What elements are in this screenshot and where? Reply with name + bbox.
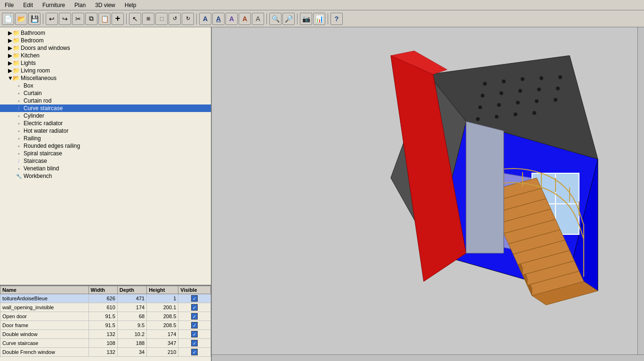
visible-checkbox[interactable]: ✓ — [191, 295, 198, 302]
new-button[interactable]: 📄 — [2, 13, 14, 25]
rotate-left-button[interactable]: ↺ — [169, 13, 181, 25]
tree-item-electric-radiator[interactable]: ▪ Electric radiator — [0, 120, 211, 127]
tree-item-curtain[interactable]: ▪ Curtain — [0, 89, 211, 97]
visible-checkbox[interactable]: ✓ — [191, 304, 198, 311]
svg-point-22 — [556, 87, 560, 90]
tree-item-staircase[interactable]: / Staircase — [0, 157, 211, 165]
cut-button[interactable]: ✂ — [72, 13, 84, 25]
zoom-out-button[interactable]: 🔎 — [282, 13, 295, 25]
text-a5-button[interactable]: A — [252, 13, 264, 25]
save-button[interactable]: 💾 — [28, 13, 40, 25]
menu-furniture[interactable]: Furniture — [40, 1, 68, 9]
col-header-height[interactable]: Height — [147, 286, 178, 294]
photo-button[interactable]: 📷 — [300, 13, 312, 25]
table-row[interactable]: wall_opening_invisible610174200.1✓ — [0, 303, 211, 312]
undo-button[interactable]: ↩ — [46, 13, 58, 25]
svg-point-20 — [518, 89, 522, 93]
table-cell-visible[interactable]: ✓ — [178, 312, 211, 321]
tree-item-living-room[interactable]: ▶ 📁 Living room — [0, 67, 211, 74]
tree-item-kitchen[interactable]: ▶ 📁 Kitchen — [0, 52, 211, 59]
paste-button[interactable]: 📋 — [98, 13, 111, 25]
table-cell-width: 626 — [89, 294, 117, 303]
vertical-scrollbar[interactable] — [637, 27, 644, 354]
svg-point-19 — [499, 91, 503, 95]
table-cell-visible[interactable]: ✓ — [178, 339, 211, 348]
svg-point-28 — [476, 117, 480, 121]
tree-item-workbench[interactable]: 🔧 Workbench — [0, 172, 211, 180]
visible-checkbox[interactable]: ✓ — [191, 322, 198, 329]
text-a3-button[interactable]: A — [225, 13, 238, 25]
menu-plan[interactable]: Plan — [72, 1, 89, 9]
tree-item-lights[interactable]: ▶ 📁 Lights — [0, 59, 211, 67]
table-cell-visible[interactable]: ✓ — [178, 303, 211, 312]
zoom-in-button[interactable]: 🔍 — [269, 13, 282, 25]
svg-marker-63 — [466, 121, 504, 253]
tree-label-living: Living room — [21, 67, 50, 74]
tree-item-venetian-blind[interactable]: ▪ Venetian blind — [0, 165, 211, 172]
svg-point-15 — [521, 77, 524, 81]
room-button[interactable]: ⬚ — [155, 13, 168, 25]
visible-checkbox[interactable]: ✓ — [191, 313, 198, 320]
visible-checkbox[interactable]: ✓ — [191, 349, 198, 355]
visible-checkbox[interactable]: ✓ — [191, 340, 198, 346]
expand-arrow-misc: ▼ — [8, 75, 12, 81]
col-header-depth[interactable]: Depth — [117, 286, 146, 294]
tree-item-cylinder[interactable]: ▪ Cylinder — [0, 112, 211, 120]
help-button[interactable]: ? — [330, 13, 343, 25]
menu-help[interactable]: Help — [122, 1, 139, 9]
tree-item-doors-windows[interactable]: ▶ 📁 Doors and windows — [0, 44, 211, 52]
table-row[interactable]: Open door91.568208.5✓ — [0, 312, 211, 321]
svg-point-24 — [497, 103, 501, 107]
table-cell-width: 132 — [89, 348, 117, 357]
expand-arrow-living: ▶ — [8, 67, 12, 74]
menu-file[interactable]: File — [2, 1, 16, 9]
tree-item-rounded-edges-railing[interactable]: ▪ Rounded edges railing — [0, 142, 211, 150]
tree-item-box[interactable]: ▪ Box — [0, 82, 211, 89]
copy-button[interactable]: ⧉ — [85, 13, 97, 25]
rotate-right-button[interactable]: ↻ — [182, 13, 194, 25]
tree-label-electric-radiator: Electric radiator — [24, 120, 63, 127]
text-a4-button[interactable]: A — [239, 13, 251, 25]
table-cell-width: 610 — [89, 303, 117, 312]
table-row[interactable]: Door frame91.59.5208.5✓ — [0, 321, 211, 330]
svg-point-31 — [532, 111, 536, 115]
add-button[interactable]: + — [112, 13, 124, 25]
tree-item-hot-water-radiator[interactable]: ▪ Hot water radiator — [0, 127, 211, 135]
table-row[interactable]: Curve staircase108188347✓ — [0, 339, 211, 348]
tree-item-bathroom[interactable]: ▶ 📁 Bathroom — [0, 29, 211, 37]
table-cell-visible[interactable]: ✓ — [178, 294, 211, 303]
col-header-name[interactable]: Name — [0, 286, 89, 294]
export-button[interactable]: 📊 — [313, 13, 325, 25]
menu-3dview[interactable]: 3D view — [92, 1, 118, 9]
table-row[interactable]: toitureArdoiseBleue6264711✓ — [0, 294, 211, 303]
table-cell-visible[interactable]: ✓ — [178, 348, 211, 357]
tree-item-curtain-rod[interactable]: ▪ Curtain rod — [0, 97, 211, 104]
horizontal-scrollbar[interactable] — [212, 354, 644, 361]
menu-edit[interactable]: Edit — [20, 1, 36, 9]
col-header-width[interactable]: Width — [89, 286, 117, 294]
visible-checkbox[interactable]: ✓ — [191, 331, 198, 337]
tree-item-railing[interactable]: ▪ Railing — [0, 135, 211, 142]
svg-point-23 — [478, 105, 482, 109]
table-cell-visible[interactable]: ✓ — [178, 330, 211, 339]
scene-svg — [212, 27, 644, 361]
table-cell-visible[interactable]: ✓ — [178, 321, 211, 330]
table-cell-height: 1 — [147, 294, 178, 303]
open-button[interactable]: 📂 — [15, 13, 27, 25]
item-icon-curtain-rod: ▪ — [15, 97, 23, 104]
col-header-visible[interactable]: Visible — [178, 286, 211, 294]
select-button[interactable]: ↖ — [129, 13, 141, 25]
wall-button[interactable]: ⊞ — [142, 13, 154, 25]
table-row[interactable]: Double French window13234210✓ — [0, 348, 211, 357]
expand-arrow-bedroom: ▶ — [8, 37, 12, 44]
tree-item-curve-staircase[interactable]: / Curve staircase — [0, 104, 211, 112]
text-a2-button[interactable]: A — [212, 13, 225, 25]
tree-item-miscellaneous[interactable]: ▼ 📂 Miscellaneous — [0, 74, 211, 82]
text-a1-button[interactable]: A — [199, 13, 211, 25]
tree-label-workbench: Workbench — [24, 173, 52, 179]
redo-button[interactable]: ↪ — [59, 13, 71, 25]
table-row[interactable]: Double window13210.2174✓ — [0, 330, 211, 339]
table-cell-depth: 188 — [117, 339, 146, 348]
tree-item-spiral-staircase[interactable]: ▪ Spiral staircase — [0, 150, 211, 157]
tree-item-bedroom[interactable]: ▶ 📁 Bedroom — [0, 37, 211, 44]
